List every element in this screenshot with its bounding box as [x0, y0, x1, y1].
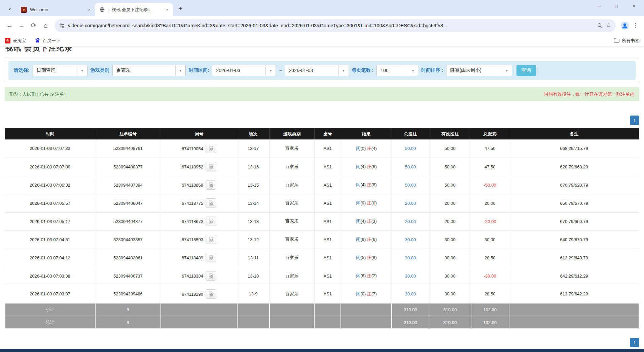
video-replay-button[interactable]	[206, 235, 216, 244]
page-1-button[interactable]: 1	[630, 338, 639, 347]
close-window-button[interactable]: ×	[625, 0, 643, 11]
filter-bar: 请选择: 日期查询 ▾ 游戏类别 百家乐 ▾ 时间区间: 2026-01-03 …	[8, 61, 636, 80]
caret-down-icon[interactable]: ▾	[175, 65, 185, 76]
result-player-label: 闲	[356, 255, 360, 260]
cell-remark: 642.29/612.29	[509, 267, 639, 285]
profile-avatar[interactable]	[619, 20, 631, 31]
tab-welcome[interactable]: ♠ Welcome ×	[17, 3, 95, 16]
total-bet-link[interactable]: 20.00	[405, 201, 416, 206]
tab-search-button[interactable]: ∨	[5, 4, 14, 13]
cell-bet-id: 523094402061	[95, 249, 161, 267]
tab-title: Welcome	[30, 7, 84, 12]
cell-payout: -50.00	[471, 176, 509, 194]
bookmark-baidu[interactable]: 百度一下	[35, 37, 60, 44]
select-type-label: 请选择:	[14, 67, 30, 73]
footer-empty	[341, 316, 392, 329]
footer-label: 小计	[5, 303, 95, 316]
caret-down-icon[interactable]: ▾	[77, 65, 87, 76]
cell-remark: 613.79/642.29	[509, 285, 639, 303]
result-banker-num: (7)	[371, 291, 377, 296]
game-kind-select[interactable]: 百家乐 ▾	[112, 65, 186, 76]
date-end-select[interactable]: 2026-01-03 ▾	[285, 65, 349, 76]
url-text[interactable]: videoie.com/game/betrecord_search/kind3?…	[68, 23, 594, 28]
video-file-icon	[209, 219, 214, 224]
cell-total-bet: 30.00	[392, 285, 429, 303]
caret-down-icon[interactable]: ▾	[338, 65, 349, 76]
minimize-button[interactable]: ─	[590, 0, 608, 11]
round-number: 674118869	[182, 183, 203, 188]
video-replay-button[interactable]	[206, 198, 216, 208]
address-bar[interactable]: videoie.com/game/betrecord_search/kind3?…	[55, 19, 616, 32]
home-button[interactable]: ⌂	[40, 20, 52, 32]
col-result: 结果	[341, 128, 392, 139]
total-bet-link[interactable]: 30.00	[405, 274, 416, 279]
cell-table-no: AS1	[314, 249, 341, 267]
new-tab-button[interactable]: +	[176, 4, 185, 13]
sort-select[interactable]: 降幂(由大到小) ▾	[446, 65, 512, 76]
video-replay-button[interactable]	[206, 289, 216, 299]
video-file-icon	[209, 182, 214, 188]
tab-betrecord[interactable]: :::视讯 会员下注纪录::: ×	[95, 3, 173, 16]
close-tab-icon[interactable]: ×	[86, 7, 92, 13]
video-replay-button[interactable]	[206, 253, 216, 262]
globe-favicon	[99, 7, 105, 13]
forward-button[interactable]: →	[15, 20, 28, 32]
bookmark-star-icon[interactable]: ☆	[606, 22, 611, 29]
date-start-select[interactable]: 2026-01-03 ▾	[212, 65, 276, 76]
cell-valid-bet: 20.00	[429, 194, 471, 212]
video-replay-button[interactable]	[206, 162, 216, 171]
round-number: 674119054	[182, 146, 203, 151]
date-range-tilde: ~	[279, 68, 282, 73]
total-bet-link[interactable]: 50.00	[405, 183, 416, 188]
result-banker-label: 庄	[367, 273, 371, 278]
zoom-page-icon[interactable]	[597, 23, 603, 28]
cell-table-no: AS1	[314, 285, 341, 303]
total-bet-link[interactable]: 30.00	[405, 291, 416, 296]
maximize-button[interactable]: □	[608, 0, 625, 11]
video-replay-button[interactable]	[206, 144, 216, 153]
result-banker-num: (3)	[371, 219, 377, 224]
cell-payout: 28.50	[471, 285, 509, 303]
reload-button[interactable]: ⟳	[28, 20, 40, 32]
cell-game-kind: 百家乐	[270, 249, 315, 267]
forward-icon: →	[19, 22, 25, 29]
page-title: 视讯 会员下注纪录	[5, 47, 639, 53]
video-replay-button[interactable]	[206, 271, 216, 281]
result-banker-label: 庄	[367, 237, 371, 242]
caret-down-icon[interactable]: ▾	[265, 65, 276, 76]
result-banker-label: 庄	[367, 291, 371, 296]
browser-menu-button[interactable]: ⋮	[631, 20, 641, 31]
site-settings-icon[interactable]	[59, 23, 65, 28]
bet-table-body: 2026-01-03 07:07:33523094409761674119054…	[5, 139, 639, 303]
bookmark-aitaobao[interactable]: 淘 爱淘宝	[5, 38, 26, 44]
query-button[interactable]: 查询	[516, 65, 536, 76]
back-button[interactable]: ←	[3, 20, 15, 32]
cell-total-bet: 30.00	[392, 267, 429, 285]
bookmark-label: 百度一下	[43, 38, 60, 44]
page-1-button[interactable]: 1	[630, 116, 639, 125]
cell-table-no: AS1	[314, 176, 341, 194]
col-remark: 备注	[509, 128, 639, 139]
cell-round: 674118775	[161, 194, 237, 212]
all-bookmarks-button[interactable]: 所有书签	[614, 38, 639, 44]
total-bet-link[interactable]: 30.00	[405, 255, 416, 260]
cell-session: 13-9	[237, 285, 270, 303]
query-type-select[interactable]: 日期查询 ▾	[33, 65, 87, 76]
per-page-select[interactable]: 100 ▾	[377, 65, 418, 76]
pagination-bottom: 1	[5, 338, 639, 347]
close-tab-icon[interactable]: ×	[164, 7, 170, 13]
cell-valid-bet: 30.00	[429, 230, 471, 249]
caret-down-icon[interactable]: ▾	[502, 65, 512, 76]
cell-session: 13-13	[237, 212, 270, 230]
total-bet-link[interactable]: 50.00	[405, 146, 416, 151]
total-bet-link[interactable]: 30.00	[405, 237, 416, 242]
caret-down-icon[interactable]: ▾	[408, 65, 418, 76]
result-banker-label: 庄	[367, 255, 371, 260]
cell-result: 闲(0) 庄(7)	[341, 285, 392, 303]
video-replay-button[interactable]	[206, 217, 216, 226]
round-number: 674118384	[182, 274, 203, 279]
total-bet-link[interactable]: 20.00	[405, 219, 416, 224]
three-dot-menu-icon: ⋮	[633, 22, 639, 29]
video-replay-button[interactable]	[206, 180, 216, 190]
total-bet-link[interactable]: 50.00	[405, 164, 416, 169]
